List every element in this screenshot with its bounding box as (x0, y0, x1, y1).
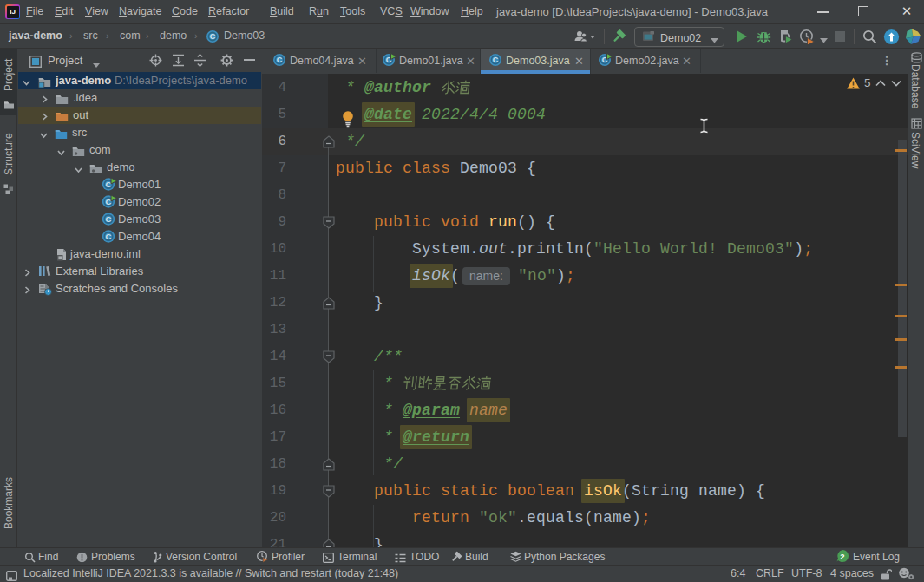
svg-text:C: C (106, 214, 112, 224)
svg-text:C: C (277, 56, 283, 64)
svg-text:C: C (210, 32, 216, 41)
svg-text:C: C (493, 56, 499, 64)
svg-text:2: 2 (840, 552, 844, 561)
svg-text:C: C (106, 232, 112, 241)
